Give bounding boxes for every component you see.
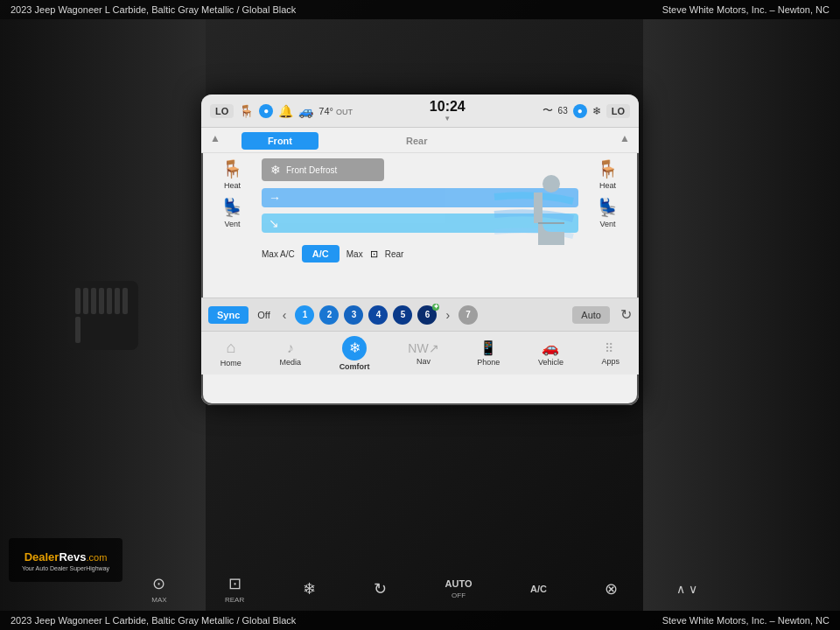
- seat-heat-right-button[interactable]: 🪑 Heat: [597, 158, 619, 190]
- fan-speed-row: Sync Off ‹ 1 2 3 4 5 6 ✦ › 7 Auto ↻: [201, 298, 639, 331]
- scroll-up-icon[interactable]: ▲: [210, 132, 220, 150]
- bottom-caption-right: Steve White Motors, Inc. – Newton, NC: [662, 615, 830, 626]
- bottom-caption-bar: 2023 Jeep Wagoneer L Carbide, Baltic Gra…: [0, 611, 840, 630]
- temp-label: OUT: [336, 108, 353, 116]
- max-icon: ⊙: [152, 574, 165, 593]
- circle-icon: ●: [259, 104, 273, 118]
- jeep-icon: 🚙: [298, 104, 313, 118]
- fan-icon: ❄: [303, 579, 316, 598]
- top-caption-left: 2023 Jeep Wagoneer L Carbide, Baltic Gra…: [10, 4, 296, 15]
- nav-label-apps: Apps: [602, 357, 620, 366]
- zone-tab-front[interactable]: Front: [242, 132, 318, 150]
- rear-label: Rear: [385, 249, 404, 259]
- nav-item-apps[interactable]: ⠿ Apps: [595, 338, 627, 369]
- nav-item-home[interactable]: ⌂ Home: [214, 335, 248, 371]
- fan-right-arrow[interactable]: ›: [442, 308, 453, 322]
- fan-speed-3[interactable]: 3: [344, 305, 363, 325]
- clock-display: 10:24: [430, 99, 466, 115]
- recirculate-icon[interactable]: ↻: [620, 306, 632, 323]
- music-icon: ♪: [287, 340, 294, 356]
- home-icon: ⌂: [226, 339, 235, 357]
- auto-button[interactable]: Auto: [572, 306, 610, 324]
- phys-btn-auto[interactable]: AUTO OFF: [445, 578, 472, 599]
- header-right: 〜 63 ● ❄ LO: [542, 103, 630, 118]
- defrost-label: Front Defrost: [286, 165, 337, 175]
- vehicle-icon: 🚗: [542, 340, 559, 356]
- phys-btn-fan[interactable]: ❄: [303, 579, 316, 598]
- arrow-right-icon: →: [269, 191, 281, 205]
- fan-speed-display: 63: [558, 106, 568, 116]
- off-label: Off: [254, 310, 273, 320]
- seat-vent-button[interactable]: 💺 Vent: [221, 197, 243, 228]
- front-defrost-button[interactable]: ❄ Front Defrost: [262, 158, 384, 181]
- seat-heat-right-icon: 🪑: [597, 158, 619, 179]
- fan-speed-1[interactable]: 1: [295, 305, 314, 325]
- arrow-diagonal-icon: ↘: [269, 216, 279, 230]
- fan-speed-5[interactable]: 5: [393, 305, 412, 325]
- vent-slot: [107, 288, 112, 314]
- seat-heat-button[interactable]: 🪑 Heat: [221, 158, 243, 190]
- fan-speed-6[interactable]: 6 ✦: [417, 305, 437, 325]
- climate-content-area: 🪑 Heat 💺 Vent ❄ Front Defrost → ↘: [201, 153, 639, 298]
- temp-display: 74° OUT: [318, 106, 353, 116]
- seat-vent-right-button[interactable]: 💺 Vent: [597, 197, 619, 228]
- nav-label-nav: Nav: [416, 357, 430, 366]
- max-ac-label: Max A/C: [262, 249, 295, 259]
- nav-map-icon: NW↗: [408, 341, 438, 355]
- chevron-down-icon: ▼: [444, 115, 451, 122]
- circle-icon-blue: ●: [573, 104, 587, 118]
- phys-btn-ac[interactable]: A/C: [530, 584, 547, 594]
- dealer-logo: DealerRevs.com: [24, 549, 108, 564]
- seat-vent-right-icon: 💺: [597, 197, 619, 218]
- ac-button[interactable]: A/C: [302, 245, 340, 262]
- fan-speed-7[interactable]: 7: [458, 305, 478, 325]
- nav-label-phone: Phone: [477, 358, 500, 367]
- defrost-icon: ❄: [270, 163, 281, 177]
- heat-label-right: Heat: [599, 181, 616, 190]
- temp-up-icon: ∧: [676, 582, 685, 596]
- heat-label: Heat: [224, 181, 241, 190]
- scroll-up-right-icon[interactable]: ▲: [620, 132, 630, 150]
- infotainment-screen: LO 🪑 ● 🔔 🚙 74° OUT 10:24 ▼ 〜 63 ● ❄ LO ▲…: [201, 94, 639, 405]
- nav-label-comfort: Comfort: [340, 362, 370, 371]
- lo-badge-right: LO: [606, 104, 630, 118]
- vent-slot: [91, 288, 96, 314]
- nav-item-phone[interactable]: 📱 Phone: [470, 336, 507, 370]
- phys-btn-max[interactable]: ⊙ MAX: [151, 574, 166, 604]
- rear-icon: ⊡: [370, 248, 378, 260]
- vent-slot: [75, 317, 80, 343]
- comfort-icon: ❄: [342, 336, 367, 360]
- nav-item-vehicle[interactable]: 🚗 Vehicle: [531, 336, 570, 370]
- vent-label-left: Vent: [224, 220, 240, 228]
- phys-btn-recirculate[interactable]: ↻: [374, 579, 387, 598]
- top-caption-bar: 2023 Jeep Wagoneer L Carbide, Baltic Gra…: [0, 0, 840, 19]
- physical-controls-bar: ⊙ MAX ⊡ REAR ❄ ↻ AUTO OFF A/C ⊗ ∧ ∨: [122, 567, 726, 611]
- zone-tabs: ▲ Front Rear ▲: [201, 128, 639, 153]
- nav-label-media: Media: [279, 358, 301, 367]
- seat-heat-icon: 🪑: [221, 158, 243, 179]
- bottom-caption-left: 2023 Jeep Wagoneer L Carbide, Baltic Gra…: [10, 615, 296, 626]
- fan-left-arrow[interactable]: ‹: [279, 308, 290, 322]
- snowflake-icon: ❄: [592, 105, 601, 117]
- zone-tab-rear[interactable]: Rear: [380, 132, 453, 150]
- phys-btn-temp-arrows[interactable]: ∧ ∨: [676, 582, 697, 596]
- fan-speed-4[interactable]: 4: [368, 305, 388, 325]
- dashboard-right: [643, 19, 840, 611]
- temp-value: 74°: [318, 106, 333, 116]
- sync-button[interactable]: Sync: [208, 306, 248, 324]
- fan-speed-2[interactable]: 2: [319, 305, 339, 325]
- phone-icon: 📱: [480, 340, 497, 356]
- nav-item-media[interactable]: ♪ Media: [272, 337, 308, 370]
- bell-icon: 🔔: [278, 104, 293, 118]
- seat-vent-icon: 💺: [221, 197, 243, 218]
- phys-rear-label: REAR: [225, 596, 244, 604]
- vent-slot: [99, 288, 104, 314]
- nav-item-nav[interactable]: NW↗ Nav: [401, 338, 445, 369]
- vent-slot: [122, 288, 128, 314]
- phys-btn-rear-defrost[interactable]: ⊡ REAR: [225, 574, 244, 604]
- nav-item-comfort[interactable]: ❄ Comfort: [332, 332, 377, 374]
- phys-btn-seat[interactable]: ⊗: [605, 579, 618, 598]
- vent-label-right: Vent: [599, 220, 615, 228]
- air-vent-left: [68, 281, 138, 350]
- max-label: Max: [346, 249, 363, 259]
